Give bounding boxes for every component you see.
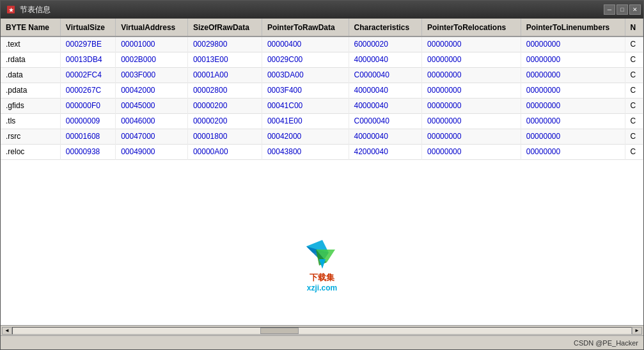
- table-row: .data00002FC40003F00000001A000003DA00C00…: [1, 67, 643, 83]
- window-controls: ─ □ ✕: [604, 4, 641, 15]
- table-cell: 00043800: [262, 144, 349, 159]
- table-cell: 00000200: [187, 113, 262, 129]
- restore-button[interactable]: □: [617, 4, 628, 15]
- table-cell: 00000000: [422, 98, 521, 113]
- svg-text:★: ★: [8, 6, 14, 13]
- table-cell: 00049000: [116, 144, 188, 159]
- table-cell: 00000000: [521, 67, 625, 83]
- table-cell: 00000000: [422, 144, 521, 159]
- table-cell: 00029800: [187, 36, 262, 52]
- scroll-thumb[interactable]: [260, 328, 299, 334]
- table-body: .text000297BE000010000002980000000400600…: [1, 36, 643, 159]
- table-cell: 00013E00: [187, 52, 262, 67]
- table-cell: C: [625, 67, 643, 83]
- table-cell: .data: [1, 67, 60, 83]
- table-cell: 00045000: [116, 98, 188, 113]
- table-cell: .gfids: [1, 98, 60, 113]
- table-cell: 00002FC4: [60, 67, 115, 83]
- table-row: .reloc000009380004900000000A000004380042…: [1, 144, 643, 159]
- table-cell: 00000000: [422, 113, 521, 129]
- table-cell: 00042000: [116, 83, 188, 98]
- table-cell: 00046000: [116, 113, 188, 129]
- table-cell: 00000400: [262, 36, 349, 52]
- table-cell: 00000000: [422, 67, 521, 83]
- col-header-n: N: [625, 19, 643, 36]
- table-container[interactable]: BYTE Name VirtualSize VirtualAddress Siz…: [1, 19, 643, 172]
- main-window: ★ 节表信息 ─ □ ✕ BYTE Name VirtualSize Virtu…: [0, 0, 644, 350]
- table-cell: 00000000: [422, 83, 521, 98]
- col-header-pointertolinenumbers: PointerToLinenumbers: [521, 19, 625, 36]
- table-cell: 000000F0: [60, 98, 115, 113]
- status-bar: CSDN @PE_Hacker: [1, 335, 643, 349]
- table-cell: .pdata: [1, 83, 60, 98]
- col-header-name: BYTE Name: [1, 19, 60, 36]
- table-cell: 00001000: [116, 36, 188, 52]
- table-cell: 00013DB4: [60, 52, 115, 67]
- table-header-row: BYTE Name VirtualSize VirtualAddress Siz…: [1, 19, 643, 36]
- status-text: CSDN @PE_Hacker: [574, 339, 638, 347]
- table-cell: 00000000: [521, 129, 625, 144]
- table-cell: 00002800: [187, 83, 262, 98]
- table-cell: 00001A00: [187, 67, 262, 83]
- table-cell: 00042000: [262, 129, 349, 144]
- table-cell: 40000040: [349, 83, 422, 98]
- minimize-button[interactable]: ─: [604, 4, 615, 15]
- close-button[interactable]: ✕: [629, 4, 641, 15]
- table-cell: 60000020: [349, 36, 422, 52]
- table-cell: 000297BE: [60, 36, 115, 52]
- table-cell: 40000040: [349, 98, 422, 113]
- section-table: BYTE Name VirtualSize VirtualAddress Siz…: [1, 19, 643, 160]
- table-cell: .rsrc: [1, 129, 60, 144]
- table-row: .tls00000009000460000000020000041E00C000…: [1, 113, 643, 129]
- col-header-virtualaddress: VirtualAddress: [116, 19, 188, 36]
- col-header-pointertorelocations: PointerToRelocations: [422, 19, 521, 36]
- horizontal-scrollbar[interactable]: ◄ ►: [1, 325, 643, 335]
- col-header-virtualsize: VirtualSize: [60, 19, 115, 36]
- table-cell: C: [625, 98, 643, 113]
- table-cell: 00000200: [187, 98, 262, 113]
- table-cell: 00000938: [60, 144, 115, 159]
- table-cell: 00001608: [60, 129, 115, 144]
- table-cell: 00000A00: [187, 144, 262, 159]
- col-header-characteristics: Characteristics: [349, 19, 422, 36]
- window-icon: ★: [6, 4, 16, 15]
- table-cell: 00029C00: [262, 52, 349, 67]
- table-cell: 40000040: [349, 129, 422, 144]
- table-cell: 00000000: [521, 36, 625, 52]
- table-cell: 00000000: [521, 144, 625, 159]
- table-cell: 00000000: [422, 36, 521, 52]
- table-row: .text000297BE000010000002980000000400600…: [1, 36, 643, 52]
- table-cell: 0003F000: [116, 67, 188, 83]
- content-area: BYTE Name VirtualSize VirtualAddress Siz…: [1, 19, 643, 349]
- table-cell: C: [625, 36, 643, 52]
- table-row: .rsrc00001608000470000000180000042000400…: [1, 129, 643, 144]
- table-cell: C: [625, 52, 643, 67]
- table-row: .gfids000000F0000450000000020000041C0040…: [1, 98, 643, 113]
- table-cell: C: [625, 144, 643, 159]
- table-cell: C0000040: [349, 67, 422, 83]
- scroll-right-button[interactable]: ►: [632, 327, 642, 335]
- table-cell: C0000040: [349, 113, 422, 129]
- table-cell: C: [625, 83, 643, 98]
- table-row: .rdata00013DB40002B00000013E0000029C0040…: [1, 52, 643, 67]
- table-cell: 00000000: [521, 98, 625, 113]
- scroll-track[interactable]: [12, 327, 632, 335]
- table-cell: 00000000: [521, 83, 625, 98]
- table-cell: 00000000: [521, 52, 625, 67]
- table-cell: .reloc: [1, 144, 60, 159]
- table-cell: 0000267C: [60, 83, 115, 98]
- table-row: .pdata0000267C00042000000028000003F40040…: [1, 83, 643, 98]
- table-cell: 00000000: [521, 113, 625, 129]
- table-cell: 00000009: [60, 113, 115, 129]
- col-header-sizeofrawdata: SizeOfRawData: [187, 19, 262, 36]
- table-cell: 00041C00: [262, 98, 349, 113]
- table-cell: .text: [1, 36, 60, 52]
- table-cell: 40000040: [349, 52, 422, 67]
- col-header-pointertorawdata: PointerToRawData: [262, 19, 349, 36]
- table-cell: 42000040: [349, 144, 422, 159]
- scroll-left-button[interactable]: ◄: [2, 327, 12, 335]
- table-cell: 00000000: [422, 52, 521, 67]
- table-cell: 0002B000: [116, 52, 188, 67]
- table-cell: C: [625, 113, 643, 129]
- title-bar: ★ 节表信息 ─ □ ✕: [1, 1, 643, 19]
